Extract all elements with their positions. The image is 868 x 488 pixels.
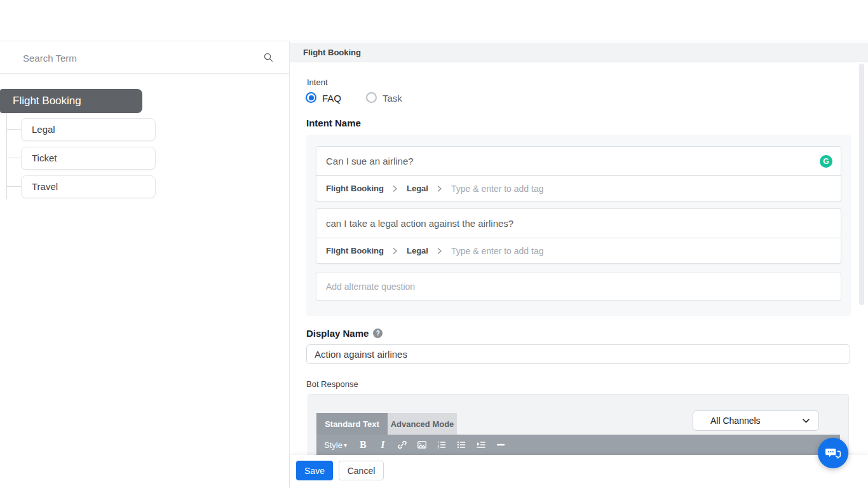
image-icon — [417, 440, 427, 450]
image-button[interactable] — [412, 435, 432, 455]
tag-legal[interactable]: Legal — [407, 184, 428, 193]
tag-row: Flight Booking Legal Type & enter to add… — [316, 176, 841, 201]
tree-node-travel[interactable]: Travel — [21, 175, 156, 198]
horizontal-rule-button[interactable] — [491, 435, 511, 455]
bold-button[interactable]: B — [353, 435, 373, 455]
unordered-list-icon — [456, 440, 466, 450]
add-tag-input[interactable]: Type & enter to add tag — [451, 184, 544, 194]
tree-connector — [6, 129, 21, 130]
grammarly-icon[interactable]: G — [820, 155, 832, 168]
add-alternate-question-input[interactable] — [316, 273, 841, 300]
chevron-right-icon — [393, 183, 398, 194]
tag-flight-booking[interactable]: Flight Booking — [326, 184, 384, 193]
question-text[interactable]: can I take a legal action against the ai… — [326, 209, 513, 238]
ordered-list-icon — [437, 440, 447, 450]
question-card: can I take a legal action against the ai… — [316, 208, 841, 264]
channels-selected-value: All Channels — [693, 416, 803, 426]
question-row[interactable]: Can I sue an airline? G — [316, 147, 841, 176]
display-name-row: Display Name ? — [306, 328, 383, 339]
indent-button[interactable] — [471, 435, 491, 455]
editor-toolbar: Style▾ B I — [316, 435, 840, 455]
link-icon — [397, 440, 407, 450]
style-dropdown[interactable]: Style▾ — [316, 435, 353, 455]
tab-advanced-mode[interactable]: Advanced Mode — [388, 413, 457, 435]
tree-node-ticket[interactable]: Ticket — [21, 147, 156, 170]
tag-row: Flight Booking Legal Type & enter to add… — [316, 238, 841, 263]
search-bar — [0, 41, 289, 74]
style-label: Style — [324, 440, 342, 450]
add-tag-input[interactable]: Type & enter to add tag — [451, 246, 544, 256]
ordered-list-button[interactable] — [432, 435, 452, 455]
help-icon[interactable]: ? — [373, 329, 383, 338]
cancel-button[interactable]: Cancel — [339, 461, 384, 480]
radio-task-label[interactable]: Task — [383, 93, 402, 104]
search-input[interactable] — [23, 49, 252, 67]
radio-task[interactable] — [366, 92, 377, 103]
chat-bubbles-icon — [825, 446, 841, 461]
tree-node-root[interactable]: Flight Booking — [0, 89, 142, 113]
tree-connector — [6, 158, 21, 158]
chat-widget-button[interactable] — [818, 438, 848, 468]
italic-button[interactable]: I — [373, 435, 393, 455]
channels-select[interactable]: All Channels — [693, 410, 819, 431]
horizontal-rule-icon — [496, 440, 506, 450]
search-icon[interactable] — [263, 52, 274, 65]
tree-node-legal[interactable]: Legal — [21, 118, 156, 141]
chevron-right-icon — [437, 245, 442, 257]
add-alternate-question-field — [316, 273, 841, 301]
display-name-label: Display Name — [306, 328, 369, 339]
save-button[interactable]: Save — [296, 461, 333, 480]
indent-icon — [476, 440, 486, 450]
link-button[interactable] — [393, 435, 412, 455]
bot-response-label: Bot Response — [306, 379, 358, 389]
intent-label: Intent — [307, 78, 328, 87]
top-nav — [0, 0, 868, 41]
caret-down-icon: ▾ — [344, 442, 347, 449]
question-card: Can I sue an airline? G Flight Booking L… — [316, 146, 841, 201]
unordered-list-button[interactable] — [452, 435, 471, 455]
chevron-down-icon — [803, 419, 810, 423]
scrollbar-thumb[interactable] — [859, 64, 864, 305]
intent-name-heading: Intent Name — [306, 118, 361, 128]
display-name-input[interactable] — [306, 344, 850, 364]
tab-standard-text[interactable]: Standard Text — [316, 413, 388, 435]
tree-connector — [6, 186, 21, 187]
question-text[interactable]: Can I sue an airline? — [326, 147, 414, 176]
panel-title: Flight Booking — [290, 43, 868, 62]
radio-faq-label[interactable]: FAQ — [322, 93, 341, 104]
chevron-right-icon — [393, 245, 398, 257]
chevron-right-icon — [437, 183, 442, 194]
question-row[interactable]: can I take a legal action against the ai… — [316, 209, 841, 238]
tag-legal[interactable]: Legal — [407, 246, 428, 255]
radio-faq[interactable] — [306, 92, 316, 103]
tag-flight-booking[interactable]: Flight Booking — [326, 246, 384, 255]
